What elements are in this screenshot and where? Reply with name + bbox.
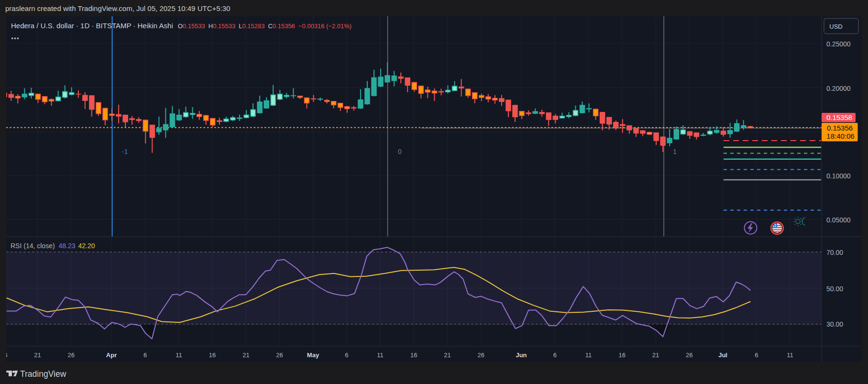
svg-text:6: 6 <box>143 351 147 359</box>
svg-text:6: 6 <box>553 351 557 359</box>
svg-text:0.15356: 0.15356 <box>827 124 853 132</box>
svg-text:21: 21 <box>242 351 249 359</box>
svg-text:26: 26 <box>478 351 484 359</box>
svg-text:RSI (14, close) 48.2342.20: RSI (14, close) 48.2342.20 <box>11 242 95 250</box>
svg-text:26: 26 <box>276 351 283 359</box>
svg-text:21: 21 <box>444 351 450 359</box>
svg-text:-1: -1 <box>122 148 128 155</box>
svg-text:0.15358: 0.15358 <box>826 113 852 121</box>
svg-text:11: 11 <box>787 351 793 359</box>
svg-text:21: 21 <box>34 351 41 359</box>
svg-text:70.00: 70.00 <box>826 249 843 256</box>
svg-text:Jun: Jun <box>516 351 527 359</box>
svg-text:USD: USD <box>829 23 842 30</box>
svg-text:0.20000: 0.20000 <box>826 85 851 92</box>
svg-text:May: May <box>307 351 319 359</box>
svg-text:16: 16 <box>410 351 417 359</box>
svg-text:6: 6 <box>755 351 758 359</box>
svg-text:Jul: Jul <box>718 351 727 359</box>
svg-text:21: 21 <box>652 351 659 359</box>
svg-text:Apr: Apr <box>106 351 117 359</box>
svg-text:praslearn created with Trading: praslearn created with TradingView.com, … <box>5 4 230 12</box>
svg-text:18:40:06: 18:40:06 <box>826 132 854 140</box>
svg-text:16: 16 <box>209 351 216 359</box>
svg-text:1: 1 <box>673 148 677 155</box>
svg-text:Hedera / U.S. dollar · 1D · BI: Hedera / U.S. dollar · 1D · BITSTAMP · H… <box>11 22 352 30</box>
svg-text:26: 26 <box>686 351 692 359</box>
svg-text:50.00: 50.00 <box>826 285 843 293</box>
svg-text:TradingView: TradingView <box>20 369 66 379</box>
svg-text:0: 0 <box>398 148 402 155</box>
svg-text:0.10000: 0.10000 <box>826 172 851 180</box>
svg-text:11: 11 <box>176 351 182 359</box>
svg-text:0.05000: 0.05000 <box>826 216 851 224</box>
svg-text:11: 11 <box>377 351 384 359</box>
svg-text:11: 11 <box>585 351 592 359</box>
svg-text:0.25000: 0.25000 <box>826 40 851 48</box>
svg-text:26: 26 <box>67 351 74 359</box>
svg-text:30.00: 30.00 <box>826 320 843 328</box>
svg-text:16: 16 <box>619 351 626 359</box>
svg-text:6: 6 <box>345 351 348 359</box>
